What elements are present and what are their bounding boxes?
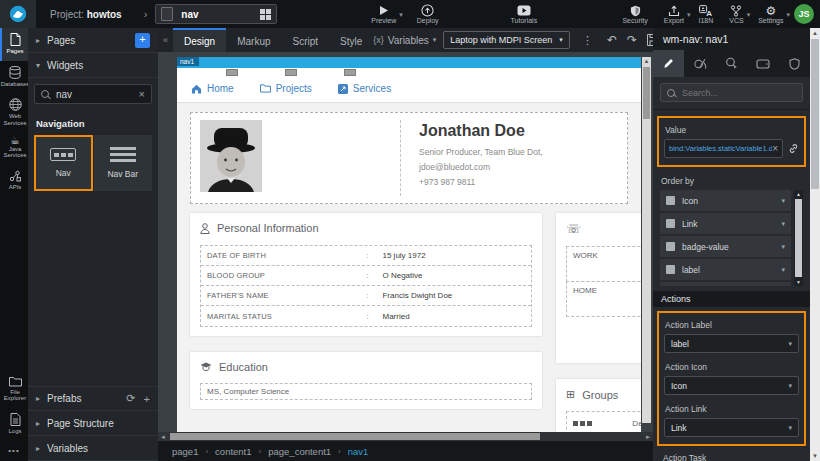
deploy-button[interactable]: Deploy bbox=[409, 0, 447, 28]
profile-card-widget[interactable]: Jonathan Doe Senior Producer, Team Blue … bbox=[190, 112, 628, 204]
breadcrumb-nav1[interactable]: nav1 bbox=[348, 446, 369, 457]
bind-link-icon[interactable] bbox=[788, 143, 799, 154]
action-link-select[interactable]: Link ▾ bbox=[664, 418, 799, 437]
breadcrumb-content1[interactable]: content1 bbox=[215, 446, 251, 457]
properties-search[interactable] bbox=[660, 83, 803, 102]
checkbox[interactable] bbox=[666, 242, 675, 251]
user-avatar[interactable]: JS bbox=[794, 4, 814, 24]
personal-info-panel[interactable]: Personal Information DATE OF BIRTH : 15 … bbox=[190, 213, 542, 336]
clear-search-icon[interactable]: × bbox=[139, 88, 145, 100]
rail-item-databases[interactable]: Databases bbox=[0, 61, 28, 94]
action-label-select[interactable]: label ▾ bbox=[664, 334, 799, 353]
variables-dropdown[interactable]: {x} Variables ▾ bbox=[373, 35, 436, 46]
breadcrumb-page-content1[interactable]: page_content1 bbox=[268, 446, 331, 457]
table-row[interactable]: MARITAL STATUS : Married bbox=[201, 306, 531, 326]
chevron-down-icon[interactable]: ▾ bbox=[781, 197, 785, 205]
scroll-up-icon[interactable]: ▲ bbox=[810, 28, 820, 38]
undo-icon[interactable]: ↶ bbox=[602, 33, 622, 47]
order-item-icon[interactable]: Icon ▾ bbox=[660, 190, 791, 211]
table-row[interactable]: DATE OF BIRTH : 15 july 1972 bbox=[201, 246, 531, 266]
drag-handle[interactable] bbox=[285, 69, 297, 76]
settings-button[interactable]: ⚙ Settings bbox=[750, 0, 791, 28]
page-grid-icon[interactable] bbox=[260, 9, 271, 20]
scroll-up-icon[interactable]: ▲ bbox=[642, 57, 651, 66]
education-row[interactable]: MS, Computer Science bbox=[200, 383, 532, 400]
refresh-icon[interactable]: ⟳ bbox=[126, 392, 135, 405]
table-row[interactable]: BLOOD GROUP : O Negative bbox=[201, 266, 531, 286]
widget-tile-nav[interactable]: Nav bbox=[34, 135, 93, 191]
drag-handle[interactable] bbox=[344, 69, 356, 76]
scroll-down-icon[interactable]: ▼ bbox=[794, 278, 803, 286]
nav-item-home[interactable]: Home bbox=[191, 83, 234, 94]
rail-item-file-explorer[interactable]: File Explorer bbox=[0, 371, 28, 408]
pages-section-header[interactable]: ▸ Pages + bbox=[28, 28, 158, 53]
properties-search-input[interactable] bbox=[680, 87, 796, 99]
order-item-label[interactable]: label ▾ bbox=[660, 259, 791, 280]
value-binding-input[interactable]: bind:Variables.staticVariable1.dataSet × bbox=[664, 139, 783, 158]
scroll-down-icon[interactable]: ▼ bbox=[810, 451, 820, 461]
rail-item-apis[interactable]: APIs bbox=[0, 165, 28, 197]
checkbox[interactable] bbox=[666, 265, 675, 274]
chevron-down-icon[interactable]: ▾ bbox=[781, 243, 785, 251]
scroll-right-icon[interactable]: ► bbox=[643, 434, 653, 440]
education-panel[interactable]: Education MS, Computer Science bbox=[190, 352, 542, 409]
scroll-left-icon[interactable]: ◄ bbox=[158, 434, 168, 440]
redo-icon[interactable]: ↷ bbox=[622, 33, 642, 47]
preview-button[interactable]: Preview bbox=[363, 0, 404, 28]
tab-properties[interactable] bbox=[653, 50, 684, 77]
tab-inspect[interactable] bbox=[716, 50, 747, 77]
order-item-link[interactable]: Link ▾ bbox=[660, 213, 791, 234]
scrollbar-thumb[interactable] bbox=[170, 433, 540, 440]
scrollbar-thumb[interactable] bbox=[811, 39, 819, 189]
checkbox[interactable] bbox=[666, 219, 675, 228]
collapse-left-icon[interactable]: « bbox=[158, 35, 173, 45]
settings-caret-icon[interactable]: ▾ bbox=[786, 11, 790, 19]
widget-search[interactable]: × bbox=[34, 84, 152, 104]
widgets-section-header[interactable]: ▾ Widgets bbox=[28, 53, 158, 78]
order-item-clipped[interactable] bbox=[660, 282, 791, 286]
scrollbar-thumb[interactable] bbox=[795, 199, 802, 277]
rail-item-pages[interactable]: Pages bbox=[0, 28, 28, 61]
rail-item-web-services[interactable]: Web Services bbox=[0, 93, 28, 132]
groups-panel[interactable]: ⊞ Groups Depa ▾ bbox=[556, 379, 641, 432]
properties-panel-scrollbar[interactable]: ▲ ▼ bbox=[810, 28, 820, 461]
widget-tile-navbar[interactable]: Nav Bar bbox=[94, 135, 153, 191]
add-page-button[interactable]: + bbox=[135, 33, 150, 48]
canvas-horizontal-scrollbar[interactable]: ◄ ► bbox=[158, 432, 653, 441]
chevron-down-icon[interactable]: ▾ bbox=[781, 266, 785, 274]
rail-more-icon[interactable]: ••• bbox=[0, 440, 28, 461]
table-row[interactable]: FATHER'S NAME : Francis Dwight Doe bbox=[201, 286, 531, 306]
page-structure-section-header[interactable]: ▸ Page Structure bbox=[28, 411, 158, 436]
tab-styles[interactable] bbox=[684, 50, 715, 77]
widget-search-input[interactable] bbox=[54, 88, 139, 101]
nav-item-projects[interactable]: Projects bbox=[260, 83, 312, 94]
rail-item-logs[interactable]: Logs bbox=[0, 408, 28, 441]
device-select[interactable]: Laptop with MDPI Screen ▾ bbox=[443, 31, 570, 49]
chevron-down-icon[interactable]: ▾ bbox=[781, 220, 785, 228]
tab-security[interactable] bbox=[779, 50, 810, 77]
breadcrumb-page1[interactable]: page1 bbox=[172, 446, 198, 457]
page-name-input[interactable] bbox=[179, 8, 260, 21]
tab-device[interactable] bbox=[747, 50, 778, 77]
add-prefab-icon[interactable]: + bbox=[144, 393, 150, 405]
canvas-vertical-scrollbar[interactable]: ▲ bbox=[642, 57, 651, 423]
variables-section-header[interactable]: ▸ Variables bbox=[28, 436, 158, 461]
security-button[interactable]: Security bbox=[614, 0, 655, 28]
wavemaker-logo[interactable] bbox=[0, 0, 36, 28]
order-item-badge-value[interactable]: badge-value ▾ bbox=[660, 236, 791, 257]
action-icon-select[interactable]: Icon ▾ bbox=[664, 376, 799, 395]
clear-binding-icon[interactable]: × bbox=[772, 143, 778, 154]
contact-panel[interactable]: ☏ WORK HOME bbox=[556, 213, 641, 363]
i18n-button[interactable]: A I18N bbox=[690, 0, 721, 28]
nav-widget[interactable]: Home Projects Services bbox=[177, 77, 641, 103]
groups-row[interactable]: Depa ▾ bbox=[566, 411, 641, 432]
scroll-up-icon[interactable]: ▲ bbox=[794, 190, 803, 198]
prefabs-section-header[interactable]: ▸ Prefabs ⟳ + bbox=[28, 386, 158, 411]
page-switcher[interactable] bbox=[155, 4, 277, 24]
rail-item-java-services[interactable]: ☕ Java Services bbox=[0, 132, 28, 165]
tab-style[interactable]: Style bbox=[329, 28, 373, 52]
contact-row-home[interactable]: HOME bbox=[566, 281, 641, 317]
canvas-page[interactable]: nav1 Home Projects bbox=[177, 57, 641, 432]
tutorials-button[interactable]: Tutorials bbox=[503, 0, 546, 28]
preview-caret-icon[interactable]: ▾ bbox=[399, 11, 403, 19]
